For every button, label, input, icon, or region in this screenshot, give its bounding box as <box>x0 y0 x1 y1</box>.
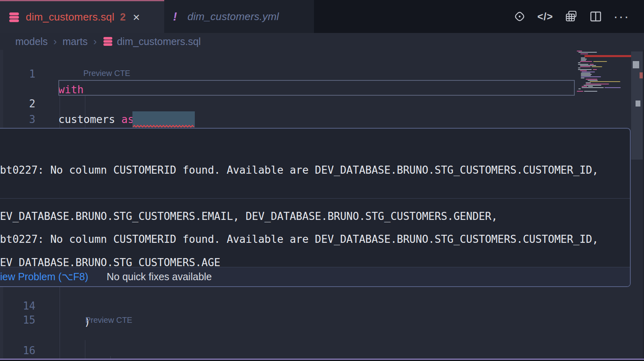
minimap-code-line <box>582 72 595 72</box>
minimap-code-line <box>580 65 596 66</box>
code-line-1: 1 with <box>0 51 38 66</box>
editor-toolbar: </> ··· <box>513 0 644 33</box>
line-number: 1 <box>0 66 35 82</box>
minimap-code-line <box>578 68 580 68</box>
error-hover-panel: dbt0227: No column CUSTOMERID found. Ava… <box>0 128 631 287</box>
minimap-code-line <box>577 91 583 92</box>
code-line-4: 4 customerId <box>0 112 38 127</box>
code-line-2: 2 customers as ( <box>0 80 38 96</box>
tab-title: dim_customers.sql <box>26 11 114 23</box>
minimap-code-line <box>581 57 585 58</box>
minimap-code-line <box>580 66 590 67</box>
error-squiggle <box>133 125 195 128</box>
minimap-code-line <box>582 87 604 88</box>
query-results-icon[interactable] <box>564 10 578 23</box>
hover-status-bar: View Problem (⌥F8) No quick fixes availa… <box>0 267 630 286</box>
scrollbar-marker <box>636 101 640 107</box>
chevron-right-icon: › <box>54 35 57 48</box>
codelens-preview-cte[interactable]: Preview CTE <box>85 314 132 326</box>
error-text: dbt0227: No column CUSTOMERID found. Ava… <box>0 162 630 178</box>
minimap-code-line <box>581 75 591 76</box>
minimap-code-line <box>586 84 609 84</box>
minimap-code-line <box>584 85 601 86</box>
minimap-error-line <box>584 55 631 57</box>
breadcrumb-models[interactable]: models <box>15 36 48 47</box>
warning-icon: ! <box>173 10 177 23</box>
minimap-code-line <box>605 87 621 88</box>
minimap-code-line <box>593 61 607 62</box>
minimap-code-line <box>592 66 602 67</box>
minimap-code-line <box>580 53 588 54</box>
indent-guide <box>85 340 85 359</box>
minimap-code-line <box>581 74 592 75</box>
line-number: 15 <box>0 312 35 328</box>
minimap-code-line <box>593 69 597 70</box>
minimap-code-line <box>590 81 620 82</box>
minimap-code-line <box>588 86 593 87</box>
minimap-code-line <box>581 60 586 61</box>
code-line-3: 3 select <box>0 96 38 112</box>
error-text: dbt0227: No column CUSTOMERID found. Ava… <box>0 232 630 247</box>
current-line-highlight <box>58 80 575 96</box>
minimap-code-line <box>580 61 592 62</box>
dbt-icon[interactable] <box>513 10 526 23</box>
view-problem-link[interactable]: View Problem (⌥F8) <box>0 271 88 282</box>
codelens-preview-cte[interactable]: Preview CTE <box>83 68 130 79</box>
minimap-code-line <box>590 64 594 65</box>
minimap-code-line <box>584 91 597 92</box>
minimap-code-line <box>581 78 584 78</box>
code-line-15: 15 <box>0 297 38 312</box>
database-icon <box>9 12 19 23</box>
more-actions-icon[interactable]: ··· <box>613 14 630 19</box>
minimap-code-line <box>577 51 582 51</box>
minimap-code-line <box>581 76 601 77</box>
tab-dirty-count: 2 <box>120 11 126 23</box>
code-line-16: 16 , check_valid_emails as ( <box>0 327 38 343</box>
minimap-code-line <box>578 69 592 70</box>
code-line-17: 17 select <box>0 343 38 358</box>
minimap-code-line <box>582 86 587 87</box>
error-message-block: dbt0227: No column CUSTOMERID found. Ava… <box>0 129 630 198</box>
chevron-right-icon: › <box>93 35 97 48</box>
close-icon[interactable]: × <box>133 11 140 23</box>
minimap-code-line <box>588 80 598 81</box>
breadcrumb-file[interactable]: dim_customers.sql <box>117 36 200 47</box>
minimap-code-line <box>586 79 597 80</box>
minimap-code-line <box>580 70 587 71</box>
breadcrumb: models › marts › dim_customers.sql <box>0 33 644 50</box>
minimap-code-line <box>581 59 587 59</box>
no-quick-fixes-label: No quick fixes available <box>107 267 212 286</box>
breadcrumb-marts[interactable]: marts <box>62 36 88 47</box>
tab-dim-customers-sql[interactable]: dim_customers.sql 2 × <box>0 0 164 33</box>
minimap-code-line <box>578 52 597 53</box>
minimap-code-line <box>581 73 590 74</box>
split-editor-icon[interactable] <box>589 10 602 23</box>
code-editor[interactable]: 1 with Preview CTE 2 customers as ( 3 se… <box>0 50 644 361</box>
tab-bar: dim_customers.sql 2 × ! dim_customers.ym… <box>0 0 644 33</box>
editor-window: dim_customers.sql 2 × ! dim_customers.ym… <box>0 0 644 361</box>
tab-title: dim_customers.yml <box>188 10 279 23</box>
minimap-code-line <box>578 62 580 63</box>
minimap-code-line <box>586 82 591 83</box>
database-icon <box>103 37 113 46</box>
compiled-code-icon[interactable]: </> <box>537 11 553 23</box>
minimap-code-line <box>578 64 588 65</box>
scrollbar-marker <box>633 61 639 68</box>
minimap-code-line <box>578 88 581 89</box>
tab-dim-customers-yml[interactable]: ! dim_customers.yml <box>164 0 314 33</box>
